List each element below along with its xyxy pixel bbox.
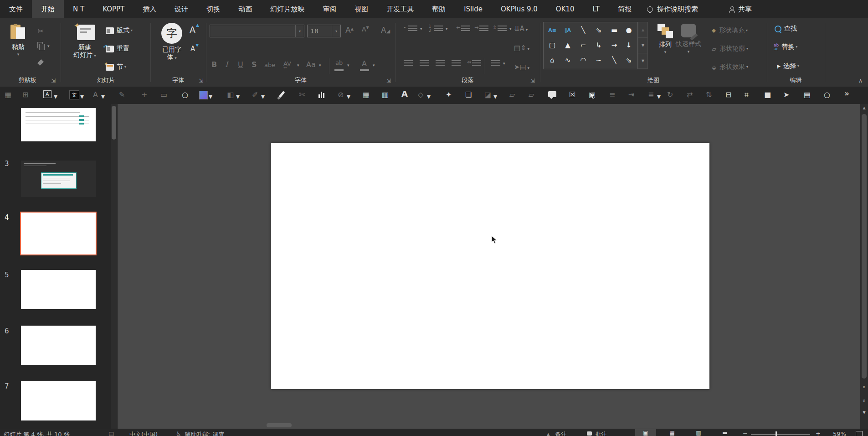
collapse-ribbon-button[interactable]: ∧ <box>858 78 863 84</box>
minus-box-icon[interactable]: ⊟ <box>725 90 731 99</box>
shapes-gallery-scroll[interactable]: ▲ ▼ ▼ <box>638 22 648 69</box>
justify-button[interactable] <box>452 60 461 66</box>
tab-slideshow[interactable]: 幻灯片放映 <box>261 0 313 18</box>
font-dialog-launcher[interactable]: ⇲ <box>386 78 391 84</box>
tab-nt[interactable]: N T <box>64 0 93 18</box>
shape-elbow[interactable]: ⌐ <box>576 38 590 52</box>
brush-icon[interactable] <box>278 91 285 98</box>
image-dropdown-icon[interactable]: ◪ <box>484 90 491 99</box>
zoom-out-button[interactable]: − <box>743 430 748 436</box>
fit-slide-to-window-button[interactable] <box>856 431 863 436</box>
placeholder-icon[interactable]: ▭ <box>160 90 167 99</box>
tab-developer[interactable]: 开发工具 <box>377 0 423 18</box>
send-icon[interactable]: ➤ <box>783 90 789 99</box>
line-spacing-dropdown[interactable]: ▾ <box>509 26 512 31</box>
previous-slide-button[interactable]: « <box>860 384 868 390</box>
draw-dropdown[interactable]: ▾ <box>261 92 265 101</box>
strikethrough-button[interactable]: abe <box>264 62 275 68</box>
convert-smartart-button[interactable]: ➤▤ ▾ <box>514 63 529 71</box>
grid-view-icon[interactable]: ▦ <box>5 90 11 99</box>
notes-button[interactable]: 备注 <box>555 431 567 436</box>
tab-okplus[interactable]: OKPlus 9.0 <box>492 0 547 18</box>
shape-icon[interactable]: ◇ <box>418 90 423 99</box>
shape-scribble[interactable]: ∿ <box>561 53 575 67</box>
bold-button[interactable]: B <box>211 60 217 69</box>
font-color-button[interactable]: A <box>362 59 367 68</box>
distribute-dropdown[interactable]: ▾ <box>657 92 661 101</box>
color-swatch-dropdown[interactable]: ▾ <box>209 92 212 101</box>
reading-view-button[interactable]: ▥ <box>688 429 709 436</box>
replace-button[interactable]: abac 替换 <box>774 43 797 51</box>
table-icon[interactable]: ▦ <box>363 90 370 99</box>
line-spacing-button[interactable]: ⇕ <box>498 26 507 31</box>
increase-font-button[interactable]: A▲ <box>345 26 354 35</box>
thumbnail-slide-3[interactable] <box>21 161 96 197</box>
zoom-slider-track[interactable] <box>751 434 810 435</box>
tab-file[interactable]: 文件 <box>0 0 32 18</box>
shape-arc[interactable]: ◠ <box>576 53 590 67</box>
shape-triangle[interactable]: ▲ <box>561 38 575 52</box>
swap-v-icon[interactable]: ⇅ <box>706 90 712 99</box>
shape-dropdown[interactable]: ▾ <box>427 92 431 101</box>
shape-rectangle[interactable]: ▬ <box>607 23 621 37</box>
bar-chart-icon[interactable] <box>318 91 326 98</box>
tab-help[interactable]: 帮助 <box>423 0 455 18</box>
shape-effects-button[interactable]: ⬙ 形状效果 <box>712 63 748 71</box>
textbox-frame-dropdown[interactable]: ▾ <box>54 92 57 101</box>
section-button[interactable]: ✦ 节 <box>106 63 126 71</box>
section-status-icon[interactable]: ▤ <box>108 431 114 436</box>
shape-outline-button[interactable]: ▱ 形状轮廓 <box>712 45 748 53</box>
tab-animations[interactable]: 动画 <box>229 0 261 18</box>
pen-icon[interactable]: ✎ <box>119 90 125 99</box>
shape-textbox[interactable]: A≡ <box>545 23 559 37</box>
distribute-button[interactable]: ⇔ <box>472 60 481 66</box>
tab-lt[interactable]: LT <box>584 0 609 18</box>
highlight-color-button[interactable]: ab <box>335 59 343 66</box>
frames-icon[interactable]: ⊞ <box>22 90 28 99</box>
grow-font-button[interactable]: A▲ <box>190 25 195 35</box>
tab-koppt[interactable]: KOPPT <box>93 0 134 18</box>
increase-indent-button[interactable]: → <box>479 26 488 31</box>
shape-elbow-arrow[interactable]: ↳ <box>592 38 606 52</box>
shape-arrow-line-2[interactable]: ⇘ <box>622 53 636 67</box>
italic-button[interactable]: I <box>225 60 228 69</box>
decrease-indent-button[interactable]: ← <box>461 26 470 31</box>
highlight-dropdown[interactable]: ▾ <box>347 63 349 67</box>
used-font-dialog-launcher[interactable]: ⇲ <box>199 78 203 84</box>
thumbnail-slide-6[interactable] <box>21 326 96 365</box>
cjk-text-dropdown[interactable]: ▾ <box>80 92 84 101</box>
no-symbol-icon[interactable]: ⊘ <box>338 90 344 99</box>
shrink-font-button[interactable]: A▼ <box>190 45 195 53</box>
circle-shape-icon[interactable]: ○ <box>182 90 188 99</box>
decrease-font-button[interactable]: A▼ <box>362 26 369 33</box>
columns-button[interactable] <box>491 60 500 66</box>
ring-icon[interactable]: ○ <box>824 90 830 99</box>
fill-color-dropdown[interactable]: ▾ <box>236 92 240 101</box>
wand-icon[interactable]: ✦ <box>446 90 452 99</box>
delete-box-icon[interactable]: ☒ <box>569 90 575 99</box>
shape-vertical-textbox[interactable]: ∥A <box>561 23 575 37</box>
shape-rounded-rect[interactable]: ▢ <box>545 38 559 52</box>
tab-icon[interactable]: ⇥ <box>628 90 634 99</box>
shape-right-arrow[interactable]: → <box>607 38 621 52</box>
cut-tool-icon[interactable]: ✄ <box>299 90 305 99</box>
textbox-frame-icon[interactable]: A <box>43 90 51 98</box>
used-font-button[interactable]: 字 已用字 体 ▾ <box>157 23 186 62</box>
square-icon[interactable]: ■ <box>764 90 771 99</box>
shape-line-2[interactable]: ╲ <box>607 53 621 67</box>
thumbnail-scrollbar[interactable] <box>111 104 117 429</box>
clipboard-dialog-launcher[interactable]: ⇲ <box>51 78 56 84</box>
copy-dropdown[interactable]: ▾ <box>47 44 50 48</box>
align-center-button[interactable] <box>420 60 429 66</box>
normal-view-button[interactable]: ▣ <box>635 429 656 436</box>
tell-me-search[interactable]: 操作说明搜索 <box>647 0 698 18</box>
align-icon[interactable]: ≡ <box>609 90 615 99</box>
fill-color-icon[interactable]: ◧ <box>227 90 234 99</box>
thumbnail-slide-4-selected[interactable] <box>21 213 96 254</box>
bullets-button[interactable]: • <box>408 26 417 31</box>
ungroup-icon[interactable]: ▱ <box>529 90 534 99</box>
tab-jianbao[interactable]: 简报 <box>609 0 641 18</box>
accessibility-status[interactable]: 辅助功能: 调查 <box>185 431 225 436</box>
clear-formatting-button[interactable]: A◢ <box>381 26 390 35</box>
format-painter-icon[interactable] <box>37 59 44 66</box>
